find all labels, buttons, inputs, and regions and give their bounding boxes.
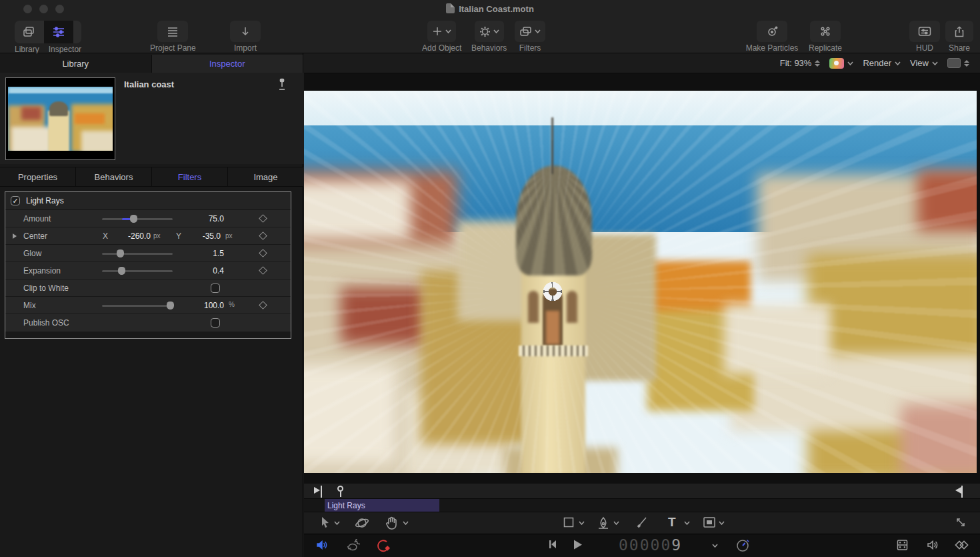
hud-button[interactable] [909,21,940,42]
mix-value[interactable]: 100.0 [184,301,224,310]
select-tool-button[interactable] [320,516,331,531]
chevron-down-icon[interactable] [403,521,409,525]
light-rays-filter-group: ✓ Light Rays Amount 75.0 Center X -260.0… [5,191,291,339]
tab-filters[interactable]: Filters [152,167,228,186]
tab-library[interactable]: Library [0,55,152,73]
canvas-area[interactable] [304,73,980,484]
glow-value[interactable]: 1.5 [184,249,224,258]
text-tool-button[interactable]: T [668,515,676,530]
play-button[interactable] [572,539,583,553]
mix-keyframe-icon[interactable] [259,301,267,310]
show-film-strip-button[interactable] [896,539,909,554]
pin-icon[interactable] [278,78,286,91]
expansion-value[interactable]: 0.4 [184,266,224,275]
chevron-down-icon[interactable] [579,521,585,525]
filters-button[interactable] [515,21,545,42]
go-to-start-button[interactable] [547,539,558,552]
replicate-button[interactable] [810,21,841,42]
color-channel-control[interactable] [829,58,853,69]
center-keyframe-icon[interactable] [259,231,267,240]
import-button[interactable] [230,21,261,42]
amount-slider-thumb[interactable] [130,215,137,223]
library-toggle-button[interactable] [15,21,44,43]
glow-keyframe-icon[interactable] [259,249,267,257]
mini-timeline[interactable]: Light Rays [304,499,980,512]
make-particles-button[interactable] [757,21,787,42]
chevron-down-icon[interactable] [334,521,340,525]
orbit-tool-button[interactable] [355,516,369,532]
tab-behaviors[interactable]: Behaviors [76,167,152,186]
mix-slider[interactable] [102,305,173,307]
tab-image[interactable]: Image [228,167,303,186]
chevron-down-icon [895,61,901,65]
film-strip-icon [896,539,909,551]
glow-label: Glow [23,249,41,258]
timing-display-button[interactable] [736,538,750,555]
main-toolbar: Library Inspector Project Pane Import Ad… [0,18,980,53]
amount-value[interactable]: 75.0 [184,214,224,223]
mix-slider-thumb[interactable] [167,302,174,310]
tab-properties[interactable]: Properties [0,167,76,186]
light-rays-track-bar[interactable]: Light Rays [325,499,439,512]
center-y-value[interactable]: -35.0 [181,231,221,241]
publish-osc-label: Publish OSC [23,318,69,328]
fullscreen-button[interactable] [955,516,967,531]
audio-mute-button[interactable] [316,539,329,554]
paint-stroke-tool-button[interactable] [636,516,648,531]
center-disclosure-triangle[interactable] [13,233,17,239]
zoom-level-control[interactable]: Fit: 93% [780,58,821,68]
show-keyframes-button[interactable] [954,539,971,554]
zoom-stepper[interactable] [815,60,820,67]
project-pane-button[interactable] [157,21,188,42]
expansion-slider-thumb[interactable] [118,267,125,275]
add-object-button[interactable] [427,21,456,42]
show-audio-button[interactable] [926,539,939,554]
project-pane-label: Project Pane [150,43,196,53]
glow-slider[interactable] [102,253,173,255]
motion-app-window: Italian Coast.motn Library Inspector Pro… [0,0,980,557]
pan-tool-button[interactable] [385,516,397,532]
timeline-marker-icon[interactable] [337,486,343,497]
bezier-tool-button[interactable] [597,516,609,532]
mask-tool-button[interactable] [703,516,716,531]
expansion-keyframe-icon[interactable] [259,266,267,275]
clip-to-white-checkbox[interactable] [211,284,220,293]
center-x-value[interactable]: -260.0 [111,231,151,241]
playhead-icon[interactable] [314,487,320,494]
skip-to-start-icon [547,539,558,550]
light-rays-center-handle[interactable] [543,282,563,302]
amount-slider[interactable] [102,218,173,220]
chevron-down-icon[interactable] [684,521,690,525]
tab-inspector[interactable]: Inspector [152,55,304,73]
thumbnail-image [8,87,113,151]
view-menu[interactable]: View [910,58,938,68]
expansion-slider[interactable] [102,270,173,272]
object-thumbnail[interactable] [5,77,115,160]
share-button[interactable] [945,21,973,42]
chevron-down-icon [445,29,451,33]
render-menu[interactable]: Render [863,58,901,68]
chevron-down-icon[interactable] [719,521,725,525]
play-icon [572,539,583,550]
record-button[interactable] [376,539,391,555]
background-color-control[interactable] [947,58,969,68]
frame-counter[interactable]: 000009 [619,536,682,554]
loop-playback-button[interactable] [345,539,360,554]
out-point-line[interactable] [961,486,963,498]
center-x-label: X [103,231,108,241]
behaviors-button[interactable] [475,21,504,42]
timeline-ruler[interactable] [304,484,980,499]
filter-enabled-checkbox[interactable]: ✓ [11,196,20,205]
publish-osc-checkbox[interactable] [211,318,220,328]
background-stepper[interactable] [964,60,969,67]
replicate-icon [819,26,831,37]
amount-keyframe-icon[interactable] [259,214,267,223]
rectangle-tool-button[interactable] [563,516,575,531]
playhead-line[interactable] [321,486,322,498]
out-point-icon[interactable] [955,487,961,494]
chevron-down-icon[interactable] [712,544,718,548]
canvas-image[interactable] [304,91,977,473]
inspector-toggle-button[interactable] [44,21,73,43]
chevron-down-icon[interactable] [613,521,619,525]
glow-slider-thumb[interactable] [117,249,124,257]
